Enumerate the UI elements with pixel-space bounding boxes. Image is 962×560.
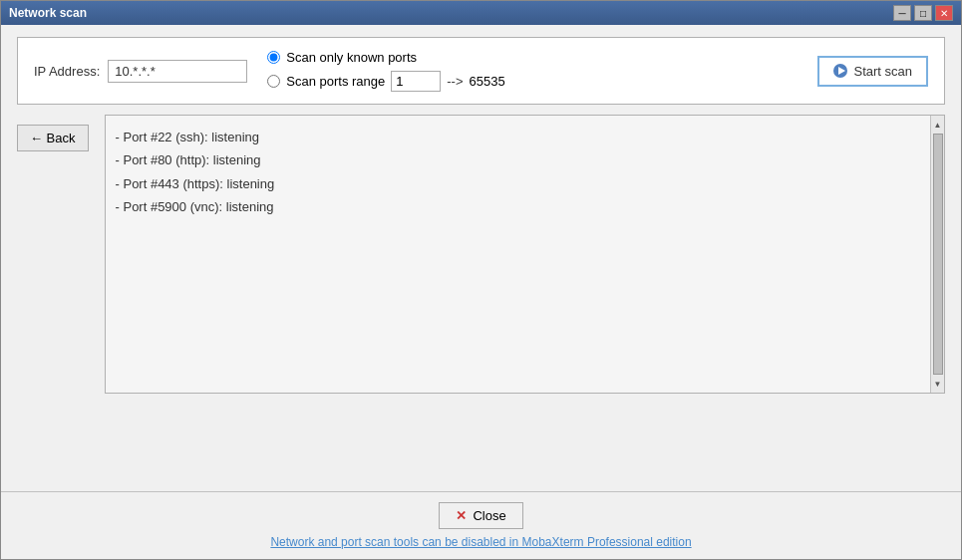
window-title: Network scan [9, 6, 87, 20]
window-close-button[interactable]: ✕ [935, 5, 953, 21]
minimize-button[interactable]: ─ [893, 5, 911, 21]
start-scan-button[interactable]: Start scan [817, 56, 928, 87]
result-line: - Port #22 (ssh): listening [116, 126, 920, 148]
back-section: ← Back [17, 115, 89, 479]
scan-known-label[interactable]: Scan only known ports [286, 50, 417, 65]
results-text: - Port #22 (ssh): listening- Port #80 (h… [106, 116, 930, 393]
close-label: Close [473, 508, 505, 523]
title-bar: Network scan ─ □ ✕ [1, 1, 961, 25]
range-start-input[interactable] [391, 71, 441, 92]
results-container: - Port #22 (ssh): listening- Port #80 (h… [105, 115, 945, 394]
back-label: ← Back [30, 131, 76, 145]
scan-range-label[interactable]: Scan ports range [286, 74, 385, 89]
radio-row-range: Scan ports range --> 65535 [267, 71, 798, 92]
start-scan-label: Start scan [853, 64, 912, 79]
scroll-track: ▲ ▼ [930, 116, 944, 393]
scan-known-radio[interactable] [267, 51, 280, 64]
main-section: ← Back - Port #22 (ssh): listening- Port… [17, 115, 945, 479]
close-button[interactable]: ✕ Close [439, 502, 522, 529]
ip-label: IP Address: [34, 64, 100, 79]
footer-link[interactable]: Network and port scan tools can be disab… [270, 535, 691, 549]
title-bar-controls: ─ □ ✕ [893, 5, 953, 21]
scan-range-radio[interactable] [267, 75, 280, 88]
play-icon [833, 64, 847, 78]
range-arrow: --> [447, 74, 463, 89]
content-area: IP Address: Scan only known ports Scan p… [1, 25, 961, 491]
range-inputs: --> 65535 [391, 71, 504, 92]
scroll-down-arrow[interactable]: ▼ [932, 377, 944, 391]
range-end-text: 65535 [470, 74, 505, 89]
ip-input[interactable] [108, 60, 247, 83]
main-window: Network scan ─ □ ✕ IP Address: Scan only… [0, 0, 962, 560]
scroll-up-arrow[interactable]: ▲ [932, 118, 944, 132]
radio-row-known: Scan only known ports [267, 50, 798, 65]
result-line: - Port #5900 (vnc): listening [116, 195, 920, 218]
scroll-thumb[interactable] [933, 134, 943, 375]
close-x-icon: ✕ [456, 508, 467, 523]
result-line: - Port #443 (https): listening [116, 172, 920, 195]
result-line: - Port #80 (http): listening [116, 148, 920, 171]
back-button[interactable]: ← Back [17, 125, 89, 151]
top-panel: IP Address: Scan only known ports Scan p… [17, 37, 945, 105]
footer: ✕ Close Network and port scan tools can … [1, 492, 961, 559]
ip-section: IP Address: [34, 60, 247, 83]
restore-button[interactable]: □ [914, 5, 932, 21]
radio-section: Scan only known ports Scan ports range -… [267, 50, 798, 92]
title-bar-left: Network scan [9, 6, 87, 20]
